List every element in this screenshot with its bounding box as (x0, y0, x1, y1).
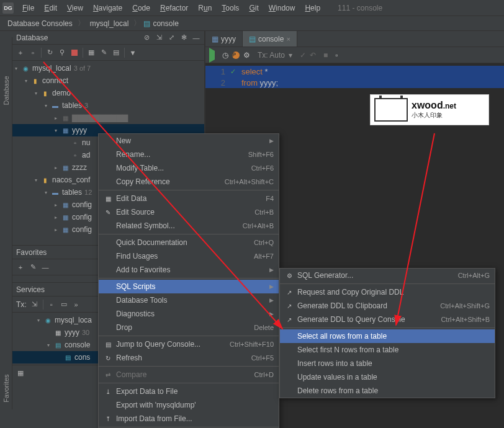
stop-button[interactable] (70, 48, 79, 57)
chevron-down-icon[interactable]: ▾ (289, 51, 292, 60)
menu-item[interactable]: ↗Request and Copy Original DDL (280, 285, 495, 299)
run-button[interactable] (209, 51, 215, 60)
tree-folder[interactable]: ▾▬tables3 (12, 99, 204, 112)
collapse-icon[interactable]: ⇲ (155, 33, 163, 42)
menu-git[interactable]: Git (244, 2, 263, 14)
code-editor[interactable]: 1✓ select * 2 from yyyy; (205, 63, 504, 91)
breadcrumb-item[interactable]: console (150, 18, 181, 29)
editor-tabs: ▦yyyy ▤console × (205, 31, 504, 47)
menu-help[interactable]: Help (300, 2, 325, 14)
menu-item-label: Related Symbol... (116, 221, 175, 230)
add-icon[interactable]: + (16, 48, 25, 57)
attach-icon[interactable]: ▫ (335, 51, 338, 60)
menu-item[interactable]: DropDelete (99, 321, 279, 334)
context-menu: New▶Rename...Shift+F6Modify Table...Ctrl… (98, 133, 279, 428)
menu-edit[interactable]: Edit (39, 2, 62, 14)
collapse-icon[interactable]: ⇲ (30, 300, 39, 309)
explain-icon[interactable]: P (232, 51, 240, 59)
edit-icon[interactable]: ✎ (29, 263, 37, 272)
menu-item[interactable]: Export with 'mysqldump' (99, 398, 279, 412)
menu-item[interactable]: Delete rows from a table (280, 384, 495, 398)
menu-item[interactable]: ↗Generate DDL to Query ConsoleCtrl+Alt+S… (280, 313, 495, 326)
menu-shortcut: Ctrl+D (254, 371, 274, 378)
menu-item[interactable]: Add to Favorites▶ (99, 263, 279, 277)
menu-item-label: Find Usages (116, 252, 158, 261)
stop-icon[interactable]: ■ (323, 51, 328, 60)
menu-item[interactable]: ↻RefreshCtrl+F5 (99, 351, 279, 365)
table-icon: ▦ (61, 126, 70, 135)
menu-window[interactable]: Window (264, 2, 300, 14)
hide-icon[interactable]: — (192, 33, 200, 42)
breadcrumb-item[interactable]: Database Consoles (5, 18, 75, 29)
menu-file[interactable]: File (17, 2, 39, 14)
menu-item[interactable]: ⤓Export Data to File (99, 385, 279, 398)
menu-tools[interactable]: Tools (217, 2, 244, 14)
console-icon: ▤ (53, 341, 62, 349)
menu-item[interactable]: Select all rows from a table (280, 329, 495, 343)
menu-item[interactable]: ▤Jump to Query Console...Ctrl+Shift+F10 (99, 337, 279, 351)
layout-icon[interactable]: ▭ (60, 300, 68, 309)
menu-navigate[interactable]: Navigate (88, 2, 127, 14)
editor-tab[interactable]: ▦yyyy (205, 31, 243, 47)
history-icon[interactable]: ◷ (222, 51, 228, 60)
refresh-icon[interactable]: ↻ (45, 48, 54, 57)
menu-item[interactable]: SQL Scripts▶ (99, 280, 279, 293)
sidetab-database[interactable]: Database (2, 72, 10, 109)
menu-item[interactable]: Update values in a table (280, 370, 495, 384)
tree-schema[interactable]: ▾▮connect (12, 74, 204, 87)
tree-schema[interactable]: ▾▮demo (12, 87, 204, 99)
add-icon[interactable]: + (16, 263, 25, 272)
menu-item[interactable]: ⤒Import Data from File... (99, 412, 279, 426)
remove-icon[interactable]: — (41, 263, 50, 272)
menu-item-label: Export Data to File (116, 387, 178, 396)
copy-icon[interactable]: ▫ (29, 48, 37, 57)
tree-datasource[interactable]: ▾◉ mysql_local3 of 7 (12, 62, 204, 74)
menu-refactor[interactable]: Refactor (155, 2, 193, 14)
breadcrumb-item[interactable]: mysql_local (88, 18, 132, 29)
sidetab-favorites[interactable]: Favorites (2, 370, 10, 407)
menu-item[interactable]: ⇄CompareCtrl+D (99, 368, 279, 381)
layout-icon[interactable]: ▫ (47, 300, 56, 309)
menu-view[interactable]: View (62, 2, 88, 14)
menu-item[interactable]: Rename...Shift+F6 (99, 148, 279, 161)
rollback-icon[interactable]: ↶ (310, 51, 316, 60)
menu-code[interactable]: Code (127, 2, 155, 14)
menu-item[interactable]: Diagnostics▶ (99, 307, 279, 321)
datasource-icon[interactable]: ⚲ (58, 48, 66, 57)
menu-item[interactable]: New▶ (99, 134, 279, 148)
edit-icon[interactable]: ✎ (99, 48, 108, 57)
table-icon[interactable]: ▦ (87, 48, 96, 57)
layout-icon[interactable]: ▦ (16, 369, 25, 378)
close-icon[interactable]: × (286, 35, 290, 43)
app-logo-icon: DG (2, 2, 14, 14)
submenu-arrow-icon: ▶ (269, 311, 274, 317)
watermark-logo: xwood.net小木人印象 (370, 94, 489, 125)
tx-mode[interactable]: Tx: Auto (258, 51, 285, 60)
menu-run[interactable]: Run (193, 2, 217, 14)
chevron-right-icon[interactable]: » (72, 300, 81, 309)
menu-item[interactable]: Quick DocumentationCtrl+Q (99, 236, 279, 249)
menu-item[interactable]: Select first N rows from a table (280, 343, 495, 357)
tree-item-dim[interactable]: ▸▦▇▇▇▇▇▇▇▇▇▇ (12, 112, 204, 124)
stop-icon[interactable]: ⊘ (142, 33, 151, 42)
menu-item[interactable]: ✎Edit SourceCtrl+B (99, 205, 279, 219)
menu-item[interactable]: Related Symbol...Ctrl+Alt+B (99, 219, 279, 233)
menu-item[interactable]: ▦Edit DataF4 (99, 192, 279, 205)
menu-item[interactable]: Insert rows into a table (280, 357, 495, 370)
menu-item[interactable]: Database Tools▶ (99, 293, 279, 307)
menu-item[interactable]: Copy ReferenceCtrl+Alt+Shift+C (99, 175, 279, 189)
query-icon[interactable]: ▤ (112, 48, 120, 57)
menu-item-label: Insert rows into a table (297, 359, 372, 368)
breadcrumb-sep-icon: 〉 (78, 18, 85, 29)
menu-item-label: Request and Copy Original DDL (297, 288, 403, 296)
menu-item[interactable]: Modify Table...Ctrl+F6 (99, 161, 279, 175)
settings-icon[interactable]: ⚙ (243, 51, 250, 60)
editor-tab-active[interactable]: ▤console × (243, 31, 297, 47)
menu-item[interactable]: ⚙SQL Generator...Ctrl+Alt+G (280, 269, 495, 282)
menu-item[interactable]: ↗Generate DDL to ClipboardCtrl+Alt+Shift… (280, 299, 495, 313)
filter-icon[interactable]: ▼ (128, 48, 137, 57)
commit-icon[interactable]: ✓ (300, 51, 306, 60)
expand-icon[interactable]: ⤢ (167, 33, 176, 42)
menu-item[interactable]: Find UsagesAlt+F7 (99, 249, 279, 263)
settings-icon[interactable]: ✻ (179, 33, 188, 42)
